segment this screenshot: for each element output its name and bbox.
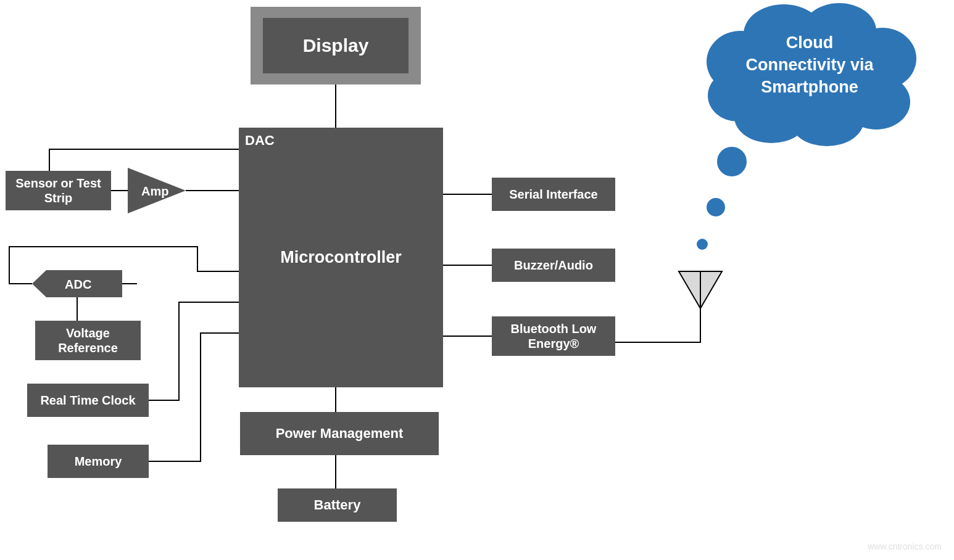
rtc-block: Real Time Clock [27,384,149,417]
conn-rtc-mcu [149,302,239,400]
memory-block: Memory [48,445,149,478]
conn-ble-antenna [615,302,700,342]
cloud-text-line1: Cloud [786,33,833,52]
display-text: Display [299,35,373,57]
cloud-text-line2: Connectivity via [745,56,874,74]
cloud-dot-small [697,239,708,250]
rtc-text: Real Time Clock [36,393,139,408]
cloud-text-line3: Smartphone [761,78,858,96]
battery-block: Battery [278,488,397,522]
voltage-ref-block: Voltage Reference [35,321,141,360]
power-text: Power Management [272,426,407,442]
microcontroller-text: Microcontroller [276,247,405,267]
power-block: Power Management [240,412,439,455]
conn-memory-mcu [149,333,239,461]
cloud-dot-med [707,198,725,216]
display-block: Display [263,18,409,73]
cloud-dot-large [717,147,747,176]
serial-block: Serial Interface [492,178,615,211]
cloud-shape [707,3,916,146]
ble-text: Bluetooth Low Energy® [492,321,615,351]
sensor-block: Sensor or Test Strip [6,171,111,210]
buzzer-block: Buzzer/Audio [492,249,615,282]
microcontroller-block: Microcontroller DAC [239,128,443,387]
conn-dac-sensor [49,149,239,171]
watermark-text: www.cntronics.com [868,541,942,551]
sensor-text: Sensor or Test Strip [6,176,111,205]
buzzer-text: Buzzer/Audio [510,258,597,273]
battery-text: Battery [310,497,365,513]
dac-text: DAC [245,133,275,149]
memory-text: Memory [71,454,126,469]
voltage-ref-text: Voltage Reference [35,326,141,355]
ble-block: Bluetooth Low Energy® [492,316,615,356]
serial-text: Serial Interface [505,187,601,202]
amp-label: Amp [141,184,168,198]
adc-label: ADC [65,278,91,291]
